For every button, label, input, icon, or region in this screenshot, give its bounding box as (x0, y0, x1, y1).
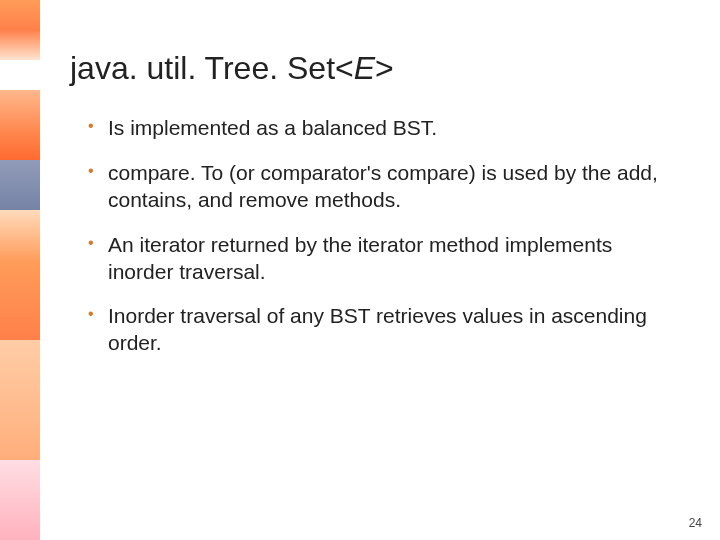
slide-content: java. util. Tree. Set<E> Is implemented … (70, 50, 680, 375)
art-block (0, 0, 40, 60)
art-block (0, 210, 40, 340)
bullet-item: compare. To (or comparator's compare) is… (88, 160, 680, 214)
art-block (0, 160, 40, 210)
title-generic-param: E (354, 50, 375, 86)
title-text-suffix: > (375, 50, 394, 86)
art-block (0, 60, 40, 90)
title-text-prefix: java. util. Tree. Set< (70, 50, 354, 86)
bullet-item: An iterator returned by the iterator met… (88, 232, 680, 286)
art-block (0, 460, 40, 540)
bullet-item: Inorder traversal of any BST retrieves v… (88, 303, 680, 357)
bullet-text: compare. To (or comparator's compare) is… (108, 161, 658, 211)
bullet-text: An iterator returned by the iterator met… (108, 233, 612, 283)
decorative-left-strip (0, 0, 40, 540)
slide-title: java. util. Tree. Set<E> (70, 50, 680, 87)
art-block (0, 90, 40, 160)
bullet-list: Is implemented as a balanced BST. compar… (88, 115, 680, 357)
bullet-text: Is implemented as a balanced BST. (108, 116, 437, 139)
art-block (0, 340, 40, 460)
page-number: 24 (689, 516, 702, 530)
bullet-item: Is implemented as a balanced BST. (88, 115, 680, 142)
bullet-text: Inorder traversal of any BST retrieves v… (108, 304, 647, 354)
